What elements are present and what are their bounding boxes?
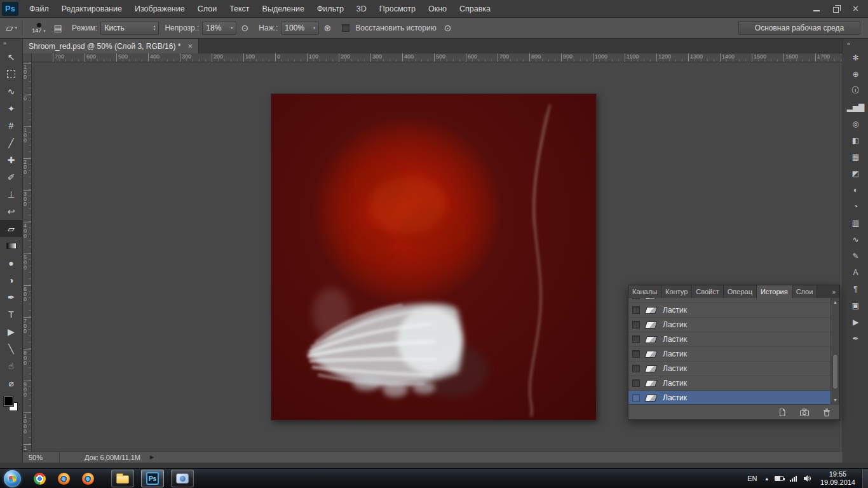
minimize-button[interactable] [806, 0, 826, 18]
menu-item-Текст[interactable]: Текст [223, 0, 255, 18]
document-tab[interactable]: Shroom_red.psd @ 50% (Слой 3, RGB/16) * … [23, 39, 199, 53]
panel-tab-Свойст[interactable]: Свойст [692, 285, 723, 298]
navigator-panel-icon[interactable]: ◎ [847, 116, 865, 132]
history-step[interactable]: Ластик [628, 303, 831, 318]
toggle-brush-panel-button[interactable]: ▤ [51, 22, 64, 34]
eraser-tool[interactable]: ▱ [0, 220, 22, 237]
menu-item-Изображение[interactable]: Изображение [128, 0, 191, 18]
pen-tool[interactable]: ✒ [0, 288, 22, 306]
menu-item-Файл[interactable]: Файл [23, 0, 55, 18]
history-step[interactable]: Ластик [628, 376, 831, 391]
history-step[interactable]: Ластик [628, 362, 831, 376]
taskbar-firefox-button[interactable] [52, 470, 75, 487]
menu-item-3D[interactable]: 3D [350, 0, 373, 18]
taskbar-chrome-button[interactable] [28, 470, 51, 487]
history-source-checkbox[interactable] [632, 306, 640, 314]
brush-tool[interactable]: ✐ [0, 168, 22, 186]
battery-icon[interactable] [775, 476, 783, 481]
brush-presets-panel-icon[interactable]: ✻ [847, 50, 865, 65]
workspace-dropdown[interactable]: Основная рабочая среда [738, 21, 860, 35]
language-indicator[interactable]: EN [742, 475, 762, 482]
info-panel-icon[interactable]: ⓘ [847, 83, 865, 98]
panel-menu-icon[interactable]: » [827, 285, 839, 298]
document-canvas[interactable] [271, 94, 596, 420]
adjustments-panel-icon[interactable]: ◐ [847, 182, 865, 198]
history-source-checkbox[interactable] [632, 350, 640, 358]
history-step[interactable]: Ластик [628, 332, 831, 347]
marquee-tool[interactable] [0, 65, 22, 83]
styles-panel-icon[interactable]: ◩ [847, 165, 865, 181]
hidden-icons-button[interactable]: ▴ [765, 475, 768, 482]
history-source-checkbox[interactable] [632, 336, 640, 343]
gradient-tool[interactable] [0, 237, 22, 254]
restore-button[interactable] [826, 0, 846, 18]
pressure-size-button[interactable]: ⊙ [442, 22, 454, 34]
swatches-panel-icon[interactable]: ▦ [847, 149, 865, 165]
tools-panel-collapse-button[interactable]: » [0, 39, 22, 48]
taskbar-firefox-2-button[interactable] [76, 470, 99, 487]
history-source-checkbox[interactable] [632, 379, 640, 387]
history-step[interactable]: Ластик [628, 347, 831, 362]
healing-brush-tool[interactable]: ✚ [0, 151, 22, 168]
start-button[interactable] [4, 470, 21, 487]
menu-item-Выделение[interactable]: Выделение [256, 0, 311, 18]
menu-item-Справка[interactable]: Справка [453, 0, 497, 18]
show-desktop-button[interactable] [862, 469, 868, 488]
history-source-checkbox[interactable] [632, 394, 640, 402]
new-document-from-state-button[interactable] [776, 407, 789, 418]
history-source-checkbox[interactable] [632, 365, 640, 372]
eyedropper-tool[interactable]: ╱ [0, 134, 22, 151]
dodge-tool[interactable]: ◑ [0, 271, 22, 288]
opacity-dropdown[interactable]: 18% ▾ [202, 22, 236, 35]
quick-selection-tool[interactable]: ✦ [0, 100, 22, 117]
taskbar-explorer-button[interactable] [111, 470, 134, 487]
restore-history-checkbox[interactable] [342, 24, 349, 32]
history-step[interactable]: Ластик [628, 318, 831, 332]
foreground-color-swatch[interactable] [4, 396, 13, 406]
history-source-checkbox[interactable] [632, 321, 640, 329]
history-brush-tool[interactable]: ↩ [0, 203, 22, 220]
panel-tab-Операц[interactable]: Операц [724, 285, 757, 298]
volume-icon[interactable] [803, 475, 811, 482]
history-step[interactable]: Ластик [628, 298, 831, 303]
flow-dropdown[interactable]: 100% ▾ [281, 22, 319, 35]
tab-close-icon[interactable]: × [187, 42, 193, 50]
tool-presets-panel-icon[interactable]: ✒ [847, 330, 865, 346]
scroll-up-button[interactable]: ▲ [831, 298, 839, 306]
move-tool[interactable]: ↖ [0, 48, 22, 65]
hand-tool[interactable]: ☝ [0, 357, 22, 374]
layer-comps-panel-icon[interactable]: ▣ [847, 297, 865, 313]
character-panel-icon[interactable]: A [847, 264, 865, 280]
paths-panel-icon[interactable]: ∿ [847, 231, 865, 247]
status-menu-arrow-icon[interactable]: ▶ [150, 454, 154, 460]
menu-item-Окно[interactable]: Окно [422, 0, 453, 18]
color-panel-icon[interactable]: ◧ [847, 132, 865, 148]
taskbar-clock[interactable]: 19:55 19.09.2014 [815, 470, 862, 487]
notes-panel-icon[interactable]: ✎ [847, 248, 865, 264]
lasso-tool[interactable]: ∿ [0, 83, 22, 100]
scrollbar-thumb[interactable] [832, 354, 838, 390]
dock-expand-button[interactable]: « [843, 39, 850, 49]
zoom-tool[interactable]: ⌀ [0, 374, 22, 391]
history-scrollbar[interactable]: ▲ ▼ [831, 298, 839, 404]
brush-preset-picker[interactable]: 147▾ [28, 20, 50, 36]
mode-dropdown[interactable]: Кисть ▴▾ [100, 22, 159, 35]
history-source-checkbox[interactable] [632, 298, 640, 299]
vertical-ruler[interactable]: 100010020030040050060070080090010001100 [23, 62, 32, 451]
menu-item-Редактирование[interactable]: Редактирование [55, 0, 128, 18]
history-step[interactable]: Ластик [628, 391, 831, 404]
histogram-panel-icon[interactable]: ▂▅▇ [847, 99, 865, 115]
crop-tool[interactable]: # [0, 117, 22, 134]
panel-tab-Слои[interactable]: Слои [792, 285, 818, 298]
masks-panel-icon[interactable]: ◔ [847, 198, 865, 214]
path-selection-tool[interactable]: ▶ [0, 323, 22, 340]
delete-state-button[interactable] [820, 407, 833, 418]
channels-panel-icon[interactable]: ▥ [847, 215, 865, 231]
timeline-panel-icon[interactable]: ▶ [847, 314, 865, 330]
taskbar-viewer-button[interactable] [171, 470, 194, 487]
pressure-opacity-button[interactable]: ⊙ [238, 22, 251, 34]
menu-item-Слои[interactable]: Слои [191, 0, 223, 18]
menu-item-Просмотр[interactable]: Просмотр [373, 0, 422, 18]
panel-tab-История[interactable]: История [757, 285, 792, 298]
zoom-level-field[interactable]: 50% [23, 452, 60, 463]
